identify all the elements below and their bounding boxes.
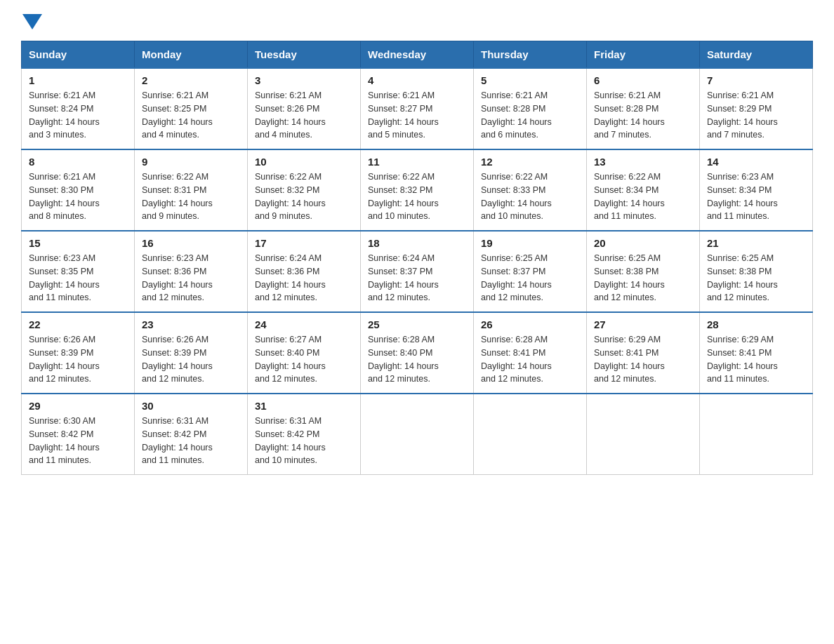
day-info: Sunrise: 6:29 AMSunset: 8:41 PMDaylight:… bbox=[707, 333, 805, 386]
calendar-week-1: 1Sunrise: 6:21 AMSunset: 8:24 PMDaylight… bbox=[22, 68, 813, 149]
day-number: 21 bbox=[707, 237, 805, 249]
calendar-cell: 28Sunrise: 6:29 AMSunset: 8:41 PMDayligh… bbox=[700, 312, 813, 394]
day-info: Sunrise: 6:30 AMSunset: 8:42 PMDaylight:… bbox=[29, 415, 127, 467]
col-header-wednesday: Wednesday bbox=[361, 41, 474, 69]
page-header bbox=[21, 14, 813, 34]
calendar-cell: 26Sunrise: 6:28 AMSunset: 8:41 PMDayligh… bbox=[474, 312, 587, 394]
day-number: 7 bbox=[707, 74, 805, 86]
day-info: Sunrise: 6:24 AMSunset: 8:37 PMDaylight:… bbox=[368, 252, 466, 304]
day-number: 12 bbox=[481, 156, 579, 168]
col-header-monday: Monday bbox=[135, 41, 248, 69]
calendar-week-2: 8Sunrise: 6:21 AMSunset: 8:30 PMDaylight… bbox=[22, 149, 813, 231]
day-number: 23 bbox=[142, 318, 240, 330]
calendar-cell: 27Sunrise: 6:29 AMSunset: 8:41 PMDayligh… bbox=[587, 312, 700, 394]
day-number: 11 bbox=[368, 156, 466, 168]
day-info: Sunrise: 6:25 AMSunset: 8:38 PMDaylight:… bbox=[707, 252, 805, 304]
day-info: Sunrise: 6:21 AMSunset: 8:28 PMDaylight:… bbox=[481, 89, 579, 142]
calendar-cell: 16Sunrise: 6:23 AMSunset: 8:36 PMDayligh… bbox=[135, 231, 248, 312]
day-info: Sunrise: 6:21 AMSunset: 8:24 PMDaylight:… bbox=[29, 89, 127, 142]
calendar-header-row: SundayMondayTuesdayWednesdayThursdayFrid… bbox=[22, 41, 813, 69]
day-number: 29 bbox=[29, 400, 127, 412]
day-number: 8 bbox=[29, 156, 127, 168]
day-number: 1 bbox=[29, 74, 127, 86]
day-number: 20 bbox=[594, 237, 692, 249]
calendar-cell bbox=[361, 394, 474, 475]
day-info: Sunrise: 6:22 AMSunset: 8:34 PMDaylight:… bbox=[594, 170, 692, 223]
calendar-cell: 17Sunrise: 6:24 AMSunset: 8:36 PMDayligh… bbox=[248, 231, 361, 312]
calendar-week-3: 15Sunrise: 6:23 AMSunset: 8:35 PMDayligh… bbox=[22, 231, 813, 312]
calendar-cell: 1Sunrise: 6:21 AMSunset: 8:24 PMDaylight… bbox=[22, 68, 135, 149]
day-info: Sunrise: 6:21 AMSunset: 8:27 PMDaylight:… bbox=[368, 89, 466, 142]
day-number: 30 bbox=[142, 400, 240, 412]
day-number: 26 bbox=[481, 318, 579, 330]
calendar-cell: 7Sunrise: 6:21 AMSunset: 8:29 PMDaylight… bbox=[700, 68, 813, 149]
day-info: Sunrise: 6:24 AMSunset: 8:36 PMDaylight:… bbox=[255, 252, 353, 304]
day-info: Sunrise: 6:23 AMSunset: 8:35 PMDaylight:… bbox=[29, 252, 127, 304]
col-header-sunday: Sunday bbox=[22, 41, 135, 69]
calendar-week-5: 29Sunrise: 6:30 AMSunset: 8:42 PMDayligh… bbox=[22, 394, 813, 475]
day-info: Sunrise: 6:21 AMSunset: 8:29 PMDaylight:… bbox=[707, 89, 805, 142]
calendar-cell: 30Sunrise: 6:31 AMSunset: 8:42 PMDayligh… bbox=[135, 394, 248, 475]
day-info: Sunrise: 6:21 AMSunset: 8:30 PMDaylight:… bbox=[29, 170, 127, 223]
logo-triangle-icon bbox=[22, 14, 42, 29]
calendar-cell: 3Sunrise: 6:21 AMSunset: 8:26 PMDaylight… bbox=[248, 68, 361, 149]
calendar-cell: 20Sunrise: 6:25 AMSunset: 8:38 PMDayligh… bbox=[587, 231, 700, 312]
day-info: Sunrise: 6:25 AMSunset: 8:38 PMDaylight:… bbox=[594, 252, 692, 304]
day-number: 17 bbox=[255, 237, 353, 249]
day-number: 2 bbox=[142, 74, 240, 86]
day-info: Sunrise: 6:21 AMSunset: 8:25 PMDaylight:… bbox=[142, 89, 240, 142]
calendar-cell: 9Sunrise: 6:22 AMSunset: 8:31 PMDaylight… bbox=[135, 149, 248, 231]
calendar-cell: 12Sunrise: 6:22 AMSunset: 8:33 PMDayligh… bbox=[474, 149, 587, 231]
day-info: Sunrise: 6:23 AMSunset: 8:34 PMDaylight:… bbox=[707, 170, 805, 223]
col-header-friday: Friday bbox=[587, 41, 700, 69]
day-number: 4 bbox=[368, 74, 466, 86]
day-number: 13 bbox=[594, 156, 692, 168]
day-info: Sunrise: 6:22 AMSunset: 8:32 PMDaylight:… bbox=[255, 170, 353, 223]
calendar-cell: 15Sunrise: 6:23 AMSunset: 8:35 PMDayligh… bbox=[22, 231, 135, 312]
calendar-cell: 10Sunrise: 6:22 AMSunset: 8:32 PMDayligh… bbox=[248, 149, 361, 231]
calendar-cell bbox=[700, 394, 813, 475]
day-number: 14 bbox=[707, 156, 805, 168]
day-number: 15 bbox=[29, 237, 127, 249]
calendar-cell: 19Sunrise: 6:25 AMSunset: 8:37 PMDayligh… bbox=[474, 231, 587, 312]
day-info: Sunrise: 6:22 AMSunset: 8:31 PMDaylight:… bbox=[142, 170, 240, 223]
calendar-cell: 8Sunrise: 6:21 AMSunset: 8:30 PMDaylight… bbox=[22, 149, 135, 231]
logo bbox=[21, 14, 42, 34]
calendar-week-4: 22Sunrise: 6:26 AMSunset: 8:39 PMDayligh… bbox=[22, 312, 813, 394]
day-info: Sunrise: 6:26 AMSunset: 8:39 PMDaylight:… bbox=[29, 333, 127, 386]
calendar-cell: 18Sunrise: 6:24 AMSunset: 8:37 PMDayligh… bbox=[361, 231, 474, 312]
col-header-thursday: Thursday bbox=[474, 41, 587, 69]
day-info: Sunrise: 6:22 AMSunset: 8:32 PMDaylight:… bbox=[368, 170, 466, 223]
day-number: 22 bbox=[29, 318, 127, 330]
day-info: Sunrise: 6:28 AMSunset: 8:41 PMDaylight:… bbox=[481, 333, 579, 386]
day-info: Sunrise: 6:21 AMSunset: 8:28 PMDaylight:… bbox=[594, 89, 692, 142]
day-info: Sunrise: 6:22 AMSunset: 8:33 PMDaylight:… bbox=[481, 170, 579, 223]
day-info: Sunrise: 6:31 AMSunset: 8:42 PMDaylight:… bbox=[142, 415, 240, 467]
calendar-cell: 25Sunrise: 6:28 AMSunset: 8:40 PMDayligh… bbox=[361, 312, 474, 394]
calendar-cell: 23Sunrise: 6:26 AMSunset: 8:39 PMDayligh… bbox=[135, 312, 248, 394]
calendar-cell: 14Sunrise: 6:23 AMSunset: 8:34 PMDayligh… bbox=[700, 149, 813, 231]
calendar-cell bbox=[587, 394, 700, 475]
calendar-cell: 11Sunrise: 6:22 AMSunset: 8:32 PMDayligh… bbox=[361, 149, 474, 231]
calendar-cell: 5Sunrise: 6:21 AMSunset: 8:28 PMDaylight… bbox=[474, 68, 587, 149]
calendar-table: SundayMondayTuesdayWednesdayThursdayFrid… bbox=[21, 41, 813, 475]
calendar-cell: 21Sunrise: 6:25 AMSunset: 8:38 PMDayligh… bbox=[700, 231, 813, 312]
day-number: 6 bbox=[594, 74, 692, 86]
day-info: Sunrise: 6:21 AMSunset: 8:26 PMDaylight:… bbox=[255, 89, 353, 142]
calendar-cell: 29Sunrise: 6:30 AMSunset: 8:42 PMDayligh… bbox=[22, 394, 135, 475]
day-number: 5 bbox=[481, 74, 579, 86]
calendar-cell: 4Sunrise: 6:21 AMSunset: 8:27 PMDaylight… bbox=[361, 68, 474, 149]
day-info: Sunrise: 6:26 AMSunset: 8:39 PMDaylight:… bbox=[142, 333, 240, 386]
day-number: 19 bbox=[481, 237, 579, 249]
calendar-cell: 2Sunrise: 6:21 AMSunset: 8:25 PMDaylight… bbox=[135, 68, 248, 149]
col-header-tuesday: Tuesday bbox=[248, 41, 361, 69]
calendar-cell: 31Sunrise: 6:31 AMSunset: 8:42 PMDayligh… bbox=[248, 394, 361, 475]
day-number: 3 bbox=[255, 74, 353, 86]
day-info: Sunrise: 6:29 AMSunset: 8:41 PMDaylight:… bbox=[594, 333, 692, 386]
day-number: 31 bbox=[255, 400, 353, 412]
day-info: Sunrise: 6:23 AMSunset: 8:36 PMDaylight:… bbox=[142, 252, 240, 304]
calendar-cell bbox=[474, 394, 587, 475]
day-number: 24 bbox=[255, 318, 353, 330]
day-info: Sunrise: 6:28 AMSunset: 8:40 PMDaylight:… bbox=[368, 333, 466, 386]
day-info: Sunrise: 6:27 AMSunset: 8:40 PMDaylight:… bbox=[255, 333, 353, 386]
